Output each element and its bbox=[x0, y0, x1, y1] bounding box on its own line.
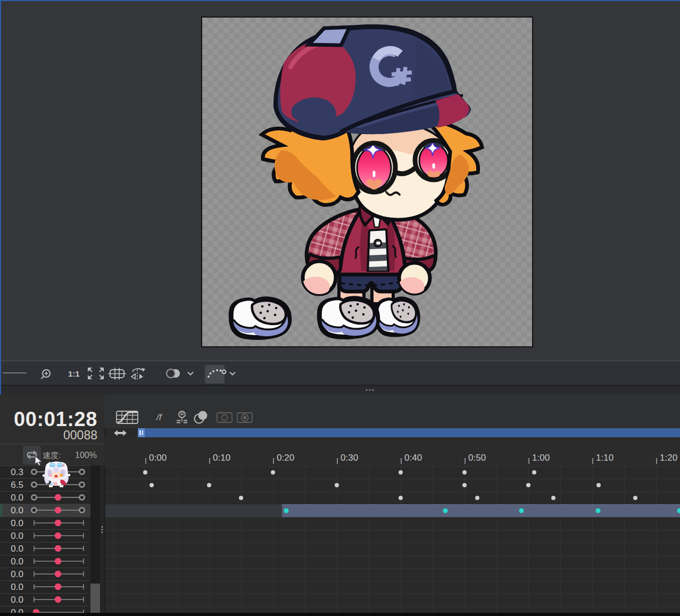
svg-text:/f: /f bbox=[156, 412, 163, 422]
svg-text:1:1: 1:1 bbox=[68, 369, 80, 378]
